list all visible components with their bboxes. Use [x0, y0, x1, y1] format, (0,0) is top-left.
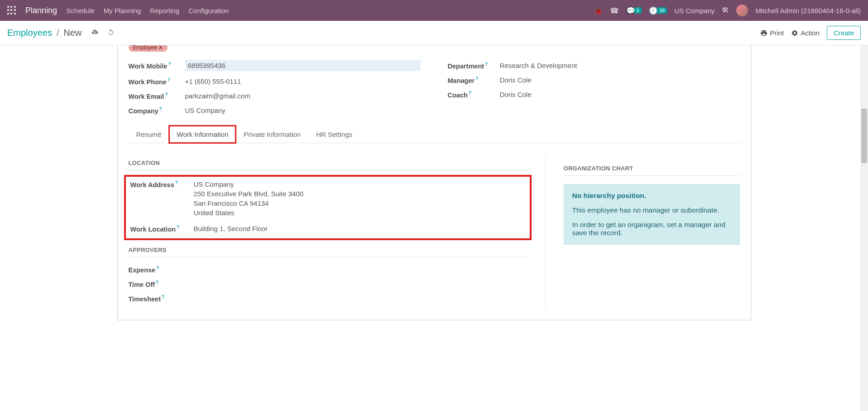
- work-phone-label: Work Phone?: [129, 77, 185, 86]
- nav-schedule[interactable]: Schedule: [66, 7, 95, 15]
- work-mobile-value[interactable]: 6895395436: [185, 60, 421, 71]
- breadcrumb: Employees / New: [7, 28, 115, 38]
- tab-hr-settings[interactable]: HR Settings: [308, 126, 360, 143]
- nav-configuration[interactable]: Configuration: [188, 7, 229, 15]
- help-icon[interactable]: ?: [156, 266, 159, 271]
- work-email-label: Work Email?: [129, 92, 185, 100]
- print-icon: [760, 29, 767, 37]
- control-panel: Employees / New Print Action Create: [0, 21, 868, 45]
- work-phone-value[interactable]: +1 (650) 555-0111: [185, 77, 421, 85]
- scrollbar-thumb[interactable]: [861, 109, 867, 163]
- avatar[interactable]: [736, 5, 748, 16]
- employee-pill[interactable]: Employee ✕: [129, 45, 168, 52]
- help-icon[interactable]: ?: [485, 62, 488, 67]
- work-email-value[interactable]: parkzaim@gmail.com: [185, 92, 421, 100]
- help-icon[interactable]: ?: [165, 92, 168, 97]
- tab-resume[interactable]: Resumé: [129, 126, 169, 143]
- manager-value[interactable]: Doris Cole: [500, 76, 740, 84]
- manager-label: Manager?: [448, 76, 500, 84]
- support-icon[interactable]: ☎: [610, 6, 619, 15]
- clock-icon[interactable]: 🕘39: [649, 6, 667, 15]
- tools-icon[interactable]: 🛠: [722, 6, 729, 15]
- help-icon[interactable]: ?: [475, 76, 478, 81]
- expense-label: Expense?: [129, 266, 185, 274]
- clock-badge: 39: [657, 7, 667, 14]
- work-mobile-label: Work Mobile?: [129, 62, 185, 70]
- section-location: LOCATION: [129, 160, 527, 170]
- section-approvers: APPROVERS: [129, 247, 527, 257]
- messages-badge: 5: [634, 7, 642, 14]
- nav-my-planning[interactable]: My Planning: [104, 7, 141, 15]
- tabs: Resumé Work Information Private Informat…: [129, 125, 740, 143]
- help-icon[interactable]: ?: [168, 77, 170, 82]
- main-scroll[interactable]: Employee ✕ Work Mobile? 6895395436 Work …: [0, 45, 868, 411]
- discard-icon[interactable]: [107, 29, 115, 38]
- help-icon[interactable]: ?: [469, 91, 471, 96]
- company-value[interactable]: US Company: [185, 106, 421, 114]
- create-button[interactable]: Create: [827, 26, 861, 40]
- department-label: Department?: [448, 62, 500, 70]
- breadcrumb-current: New: [64, 28, 82, 38]
- tab-private-information[interactable]: Private Information: [236, 126, 308, 143]
- department-value[interactable]: Research & Development: [500, 62, 740, 69]
- form-sheet: Employee ✕ Work Mobile? 6895395436 Work …: [117, 45, 751, 320]
- coach-label: Coach?: [448, 91, 500, 99]
- gear-icon: [791, 29, 798, 37]
- breadcrumb-parent[interactable]: Employees: [7, 28, 52, 38]
- messages-icon[interactable]: 💬5: [626, 6, 642, 15]
- work-address-value[interactable]: US Company 250 Executive Park Blvd, Suit…: [194, 180, 525, 218]
- top-nav: Planning Schedule My Planning Reporting …: [0, 0, 868, 21]
- tab-work-information[interactable]: Work Information: [169, 126, 236, 143]
- nav-reporting[interactable]: Reporting: [150, 7, 179, 15]
- timesheet-label: Timesheet?: [129, 295, 185, 303]
- org-chart-info: No hierarchy position. This employee has…: [564, 184, 740, 245]
- user-menu[interactable]: Mitchell Admin (21680404-16-0-all): [755, 7, 861, 15]
- nav-brand[interactable]: Planning: [25, 6, 57, 15]
- apps-icon[interactable]: [7, 6, 16, 15]
- help-icon[interactable]: ?: [168, 62, 171, 67]
- timeoff-label: Time Off?: [129, 280, 185, 288]
- location-highlight-box: Work Address? US Company 250 Executive P…: [124, 175, 532, 240]
- cloud-save-icon[interactable]: [91, 29, 98, 38]
- coach-value[interactable]: Doris Cole: [500, 91, 740, 98]
- help-icon[interactable]: ?: [175, 180, 178, 185]
- company-switcher[interactable]: US Company: [674, 7, 715, 15]
- company-label: Company?: [129, 106, 185, 115]
- help-icon[interactable]: ?: [156, 280, 158, 285]
- section-org-chart: ORGANIZATION CHART: [564, 165, 740, 176]
- work-location-label: Work Location?: [130, 225, 194, 233]
- breadcrumb-sep: /: [57, 28, 59, 38]
- help-icon[interactable]: ?: [159, 106, 162, 111]
- help-icon[interactable]: ?: [162, 295, 164, 300]
- work-address-label: Work Address?: [130, 180, 194, 189]
- help-icon[interactable]: ?: [177, 225, 179, 230]
- print-button[interactable]: Print: [760, 29, 784, 37]
- bug-icon[interactable]: 🐞: [594, 6, 603, 15]
- work-location-value[interactable]: Building 1, Second Floor: [194, 225, 525, 232]
- scrollbar[interactable]: [860, 45, 868, 411]
- action-button[interactable]: Action: [791, 29, 820, 37]
